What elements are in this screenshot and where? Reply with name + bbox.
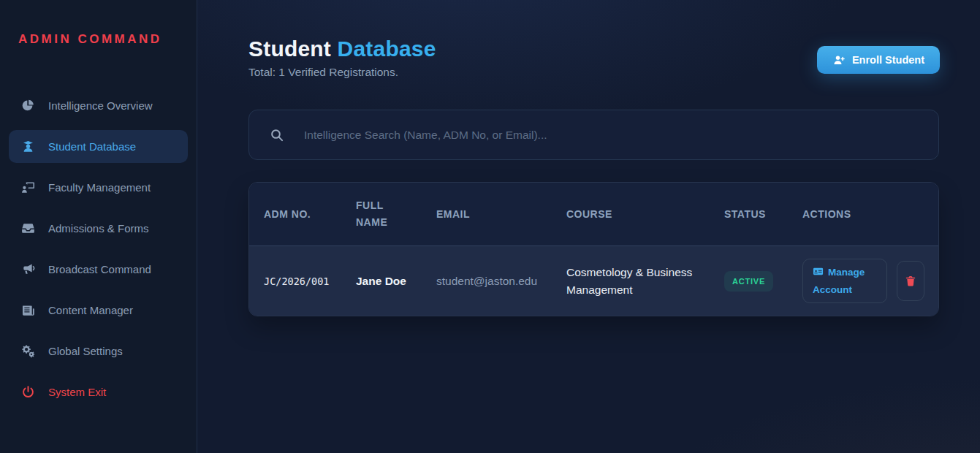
user-graduate-icon: [19, 140, 37, 153]
main-content: Student Database Total: 1 Verified Regis…: [197, 0, 980, 453]
sidebar-item-label: Global Settings: [48, 345, 123, 357]
manage-account-button[interactable]: Manage Account: [802, 259, 887, 303]
app-window: ADMIN COMMAND Intelligence Overview: [0, 0, 980, 453]
page-header: Student Database Total: 1 Verified Regis…: [248, 37, 940, 79]
sidebar-item-system-exit[interactable]: System Exit: [9, 376, 188, 408]
sidebar-item-label: Broadcast Command: [48, 263, 151, 275]
sidebar-item-student-database[interactable]: Student Database: [9, 130, 188, 163]
column-header-full-name: FULL NAME: [341, 183, 422, 245]
page-title-primary: Student: [248, 37, 331, 61]
sidebar-item-faculty-management[interactable]: Faculty Management: [9, 171, 188, 204]
id-card-icon: [813, 266, 824, 282]
status-badge: ACTIVE: [724, 271, 773, 292]
sidebar-item-label: System Exit: [48, 386, 106, 398]
sidebar-item-label: Student Database: [48, 140, 136, 153]
sidebar-item-intelligence-overview[interactable]: Intelligence Overview: [9, 89, 188, 122]
search-input[interactable]: [303, 128, 918, 142]
sidebar-nav: Intelligence Overview Student Database: [0, 89, 197, 408]
gears-icon: [19, 344, 37, 358]
inbox-icon: [19, 221, 37, 235]
cell-adm-no: JC/2026/001: [249, 246, 341, 316]
sidebar-item-global-settings[interactable]: Global Settings: [9, 335, 188, 368]
title-block: Student Database Total: 1 Verified Regis…: [248, 37, 436, 79]
table-row: JC/2026/001 Jane Doe student@jaston.edu …: [249, 245, 938, 316]
cell-full-name: Jane Doe: [341, 246, 422, 316]
sidebar: ADMIN COMMAND Intelligence Overview: [0, 0, 197, 453]
search-icon: [270, 128, 284, 142]
table-header-row: ADM NO. FULL NAME EMAIL COURSE STATUS AC…: [249, 183, 938, 245]
power-icon: [19, 385, 37, 399]
enroll-student-button[interactable]: Enroll Student: [817, 46, 940, 74]
page-title-accent: Database: [338, 37, 436, 61]
sidebar-item-content-manager[interactable]: Content Manager: [9, 294, 188, 327]
chalkboard-user-icon: [19, 180, 37, 194]
delete-student-button[interactable]: [897, 261, 924, 301]
enroll-student-label: Enroll Student: [852, 54, 924, 66]
column-header-email: EMAIL: [422, 183, 552, 245]
sidebar-item-label: Admissions & Forms: [48, 222, 149, 235]
column-header-status: STATUS: [710, 183, 788, 245]
cell-actions: Manage Account: [788, 246, 938, 316]
trash-icon: [905, 275, 916, 287]
sidebar-item-broadcast-command[interactable]: Broadcast Command: [9, 253, 188, 286]
brand-title: ADMIN COMMAND: [18, 32, 178, 47]
search-bar: [248, 110, 939, 160]
page-title: Student Database: [248, 37, 436, 61]
bullhorn-icon: [19, 262, 37, 276]
sidebar-item-label: Faculty Management: [48, 181, 151, 194]
column-header-actions: ACTIONS: [788, 183, 938, 245]
cell-status: ACTIVE: [710, 246, 788, 316]
cell-course: Cosmetology & Business Management: [552, 246, 710, 316]
column-header-course: COURSE: [552, 183, 710, 245]
registrations-total-text: Total: 1 Verified Registrations.: [248, 66, 436, 79]
user-plus-icon: [832, 53, 846, 66]
sidebar-item-label: Intelligence Overview: [48, 99, 153, 112]
chart-pie-icon: [19, 99, 37, 113]
sidebar-item-label: Content Manager: [48, 304, 133, 316]
students-table: ADM NO. FULL NAME EMAIL COURSE STATUS AC…: [248, 182, 939, 316]
newspaper-icon: [19, 303, 37, 317]
sidebar-item-admissions-forms[interactable]: Admissions & Forms: [9, 212, 188, 245]
column-header-adm-no: ADM NO.: [249, 183, 341, 245]
cell-email: student@jaston.edu: [422, 246, 552, 316]
